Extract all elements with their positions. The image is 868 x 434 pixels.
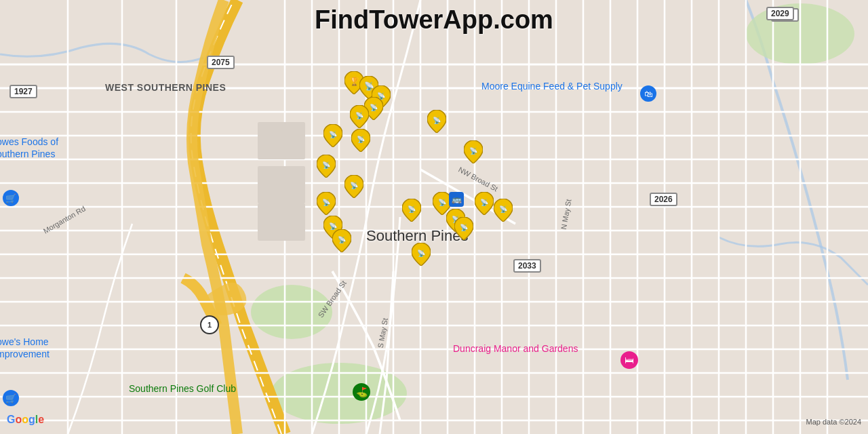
tower-pin-13[interactable]: 📡 <box>402 199 421 224</box>
route-badge-us1: 1 <box>200 315 219 334</box>
poi-golf-club: Southern Pines Golf Club <box>129 383 236 394</box>
route-badge-1927: 1927 <box>9 85 37 98</box>
tower-pin-12[interactable]: 📡 <box>317 192 336 218</box>
svg-text:📡: 📡 <box>329 130 338 139</box>
route-badge-2075: 2075 <box>207 56 235 69</box>
tower-pin-21[interactable]: 📡 <box>412 243 431 269</box>
svg-rect-45 <box>258 166 305 203</box>
svg-text:📡: 📡 <box>469 146 478 155</box>
page-title: FindTowerApp.com <box>315 5 553 35</box>
poi-duncraig: Duncraig Manor and Gardens <box>453 342 578 355</box>
svg-text:📡: 📡 <box>322 161 331 170</box>
lowes-foods-icon: 🛒 <box>3 190 19 206</box>
svg-text:📡: 📡 <box>480 198 489 207</box>
svg-text:📡: 📡 <box>438 198 447 207</box>
tower-pin-6[interactable]: 📡 <box>323 124 342 150</box>
svg-text:📡: 📡 <box>338 235 347 244</box>
duncraig-icon: 🛏 <box>620 351 638 369</box>
svg-text:📡: 📡 <box>499 205 508 214</box>
svg-text:📡: 📡 <box>408 205 416 214</box>
map-container: FindTowerApp.com 2075 1927 2133 2026 203… <box>0 0 868 434</box>
svg-rect-46 <box>258 203 305 241</box>
svg-text:📡: 📡 <box>357 135 366 144</box>
tower-pin-9[interactable]: 📡 <box>464 140 483 166</box>
tower-pin-5[interactable]: 📡 <box>350 105 369 131</box>
google-logo: Google <box>7 414 44 426</box>
svg-text:📡: 📡 <box>417 249 426 258</box>
svg-text:📡: 📡 <box>460 223 469 232</box>
poi-moore-equine: Moore Equine Feed & Pet Supply <box>481 80 623 92</box>
route-badge-2033: 2033 <box>513 259 541 273</box>
tower-pin-7[interactable]: 📡 <box>351 129 370 155</box>
svg-text:📡: 📡 <box>433 116 441 125</box>
transit-pin[interactable]: 🚌 <box>449 192 464 207</box>
map-copyright: Map data ©2024 <box>806 418 862 426</box>
svg-rect-44 <box>258 122 305 159</box>
svg-text:📡: 📡 <box>350 181 359 190</box>
golf-club-icon: ⛳ <box>353 383 370 401</box>
tower-pin-16[interactable]: 📡 <box>494 199 513 224</box>
svg-text:📡: 📡 <box>355 111 364 120</box>
tower-pin-15[interactable]: 📡 <box>475 192 494 218</box>
svg-text:📡: 📡 <box>370 103 378 112</box>
tower-pin-10[interactable]: 📡 <box>317 155 336 180</box>
tower-pin-8[interactable]: 📡 <box>427 110 446 136</box>
lowes-home-label: owe's Home mprovement <box>0 336 50 360</box>
tower-pin-18[interactable]: 📡 <box>454 217 473 243</box>
route-badge-2026: 2026 <box>650 193 677 206</box>
neighborhood-label: WEST SOUTHERN PINES <box>105 81 226 94</box>
tower-pin-11[interactable]: 📡 <box>344 175 363 201</box>
svg-text:🏆: 🏆 <box>349 76 359 86</box>
lowes-home-icon: 🛒 <box>3 390 19 406</box>
lowes-foods-label: owes Foods of outhern Pines <box>0 136 58 160</box>
tower-pin-20[interactable]: 📡 <box>332 229 351 255</box>
route-badge-2029: 2029 <box>766 7 794 20</box>
svg-text:📡: 📡 <box>322 198 331 207</box>
moore-equine-icon: 🛍 <box>640 85 656 102</box>
